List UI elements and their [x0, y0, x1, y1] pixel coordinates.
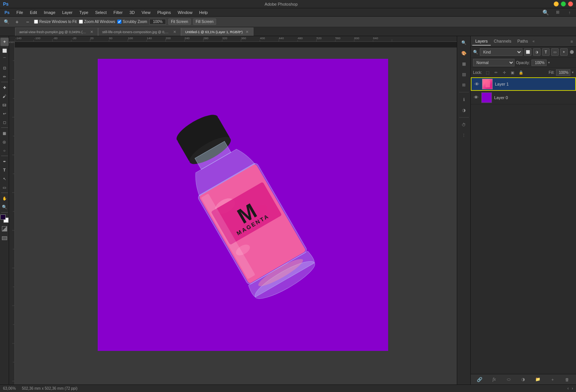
- blend-mode-select[interactable]: Normal: [473, 59, 515, 66]
- gradient-tool[interactable]: ▦: [0, 129, 9, 137]
- lock-all-icon[interactable]: 🔒: [518, 69, 524, 76]
- foreground-color-swatch[interactable]: [0, 214, 6, 220]
- adjustment-layer-icon[interactable]: ◑: [519, 375, 527, 384]
- zoom-out-button[interactable]: −: [23, 18, 32, 26]
- search-sidebar-icon[interactable]: 🔍: [459, 38, 469, 47]
- tab-3-close[interactable]: ✕: [245, 30, 249, 34]
- scrubby-zoom-checkbox[interactable]: Scrubby Zoom: [117, 20, 147, 24]
- canvas-workspace[interactable]: M MAGENTA: [15, 47, 457, 384]
- pen-tool[interactable]: ✒: [0, 157, 9, 165]
- tab-1-close[interactable]: ✕: [89, 30, 94, 34]
- layers-tab[interactable]: Layers: [472, 37, 491, 46]
- opacity-input[interactable]: [531, 60, 547, 66]
- fill-screen-button[interactable]: Fill Screen: [193, 18, 216, 25]
- menu-select[interactable]: Select: [92, 9, 110, 15]
- menu-ps[interactable]: Ps: [2, 9, 12, 15]
- history-brush-tool[interactable]: ↩: [0, 109, 9, 118]
- adjustments-icon[interactable]: ◑: [459, 105, 469, 115]
- menu-edit[interactable]: Edit: [27, 9, 40, 15]
- minimize-button[interactable]: [554, 2, 559, 6]
- filter-kind-select[interactable]: Kind: [480, 48, 522, 56]
- more-icon[interactable]: ⋮: [459, 130, 469, 140]
- layer-0-visibility-icon[interactable]: 👁: [473, 95, 479, 101]
- group-layers-icon[interactable]: 📁: [534, 375, 542, 384]
- fill-arrow-icon[interactable]: ▾: [572, 70, 574, 74]
- tab-1[interactable]: aerial-view-fresh-pumpkin.jpg @ 0,049% (…: [15, 28, 98, 36]
- color-swatches[interactable]: [0, 214, 9, 223]
- menu-help[interactable]: Help: [196, 9, 211, 15]
- fill-input[interactable]: [556, 69, 570, 76]
- layer-effects-icon[interactable]: fx: [490, 375, 498, 384]
- new-layer-icon[interactable]: +: [548, 375, 557, 384]
- dodge-tool[interactable]: ○: [0, 146, 9, 155]
- blur-tool[interactable]: ◎: [0, 138, 9, 146]
- crop-tool[interactable]: ⊡: [0, 64, 9, 72]
- status-nav-prev[interactable]: ‹: [567, 386, 568, 390]
- resize-windows-checkbox[interactable]: Resize Windows to Fit: [34, 20, 77, 24]
- menu-3d[interactable]: 3D: [126, 9, 138, 15]
- menu-plugins[interactable]: Plugins: [154, 9, 174, 15]
- menu-view[interactable]: View: [138, 9, 154, 15]
- tab-2-close[interactable]: ✕: [172, 30, 177, 34]
- fit-screen-button[interactable]: Fit Screen: [168, 18, 191, 25]
- workspace-search-icon[interactable]: ⊞: [553, 8, 562, 17]
- zoom-tool[interactable]: 🔍: [0, 203, 9, 211]
- layer-item-1[interactable]: 👁 Layer 1: [471, 77, 576, 91]
- tab-3[interactable]: Untitled-1 @ 63,1% (Layer 1, RGB/8*) ✕: [181, 28, 253, 36]
- channels-tab[interactable]: Channels: [491, 37, 514, 46]
- menu-file[interactable]: File: [13, 9, 26, 15]
- maximize-button[interactable]: [561, 2, 566, 6]
- lock-pixels-icon[interactable]: ⬚: [484, 69, 491, 76]
- menu-type[interactable]: Type: [76, 9, 91, 15]
- panel-menu-icon[interactable]: ≡: [569, 38, 574, 44]
- zoom-all-windows-checkbox[interactable]: Zoom All Windows: [79, 20, 115, 24]
- paths-tab[interactable]: Paths: [515, 37, 531, 46]
- zoom-in-button[interactable]: +: [13, 18, 21, 26]
- type-tool[interactable]: T: [0, 166, 9, 174]
- menu-filter[interactable]: Filter: [111, 9, 126, 15]
- swatches-icon[interactable]: ▦: [459, 59, 469, 69]
- close-button[interactable]: [568, 2, 573, 6]
- gradients-icon[interactable]: ▤: [459, 69, 469, 79]
- menu-image[interactable]: Image: [41, 9, 58, 15]
- filter-adjust-icon[interactable]: ◑: [533, 48, 541, 56]
- filter-toggle-dot[interactable]: [570, 50, 574, 54]
- screen-mode-btn[interactable]: [0, 234, 9, 242]
- eyedropper-tool[interactable]: ✏: [0, 72, 9, 81]
- color-panel-icon[interactable]: 🎨: [459, 48, 469, 58]
- rectangle-tool[interactable]: ▭: [0, 183, 9, 191]
- layer-item-0[interactable]: 👁 Layer 0: [471, 91, 576, 104]
- panel-collapse-btn[interactable]: «: [531, 38, 536, 44]
- link-layers-icon[interactable]: 🔗: [475, 375, 484, 384]
- brush-tool[interactable]: 🖌: [0, 92, 9, 100]
- share-icon[interactable]: ↑: [565, 8, 574, 17]
- marquee-tool[interactable]: ⬜: [0, 46, 9, 55]
- search-icon[interactable]: 🔍: [541, 8, 550, 17]
- zoom-percent-input[interactable]: [149, 19, 166, 24]
- menu-layer[interactable]: Layer: [59, 9, 76, 15]
- layer-mask-icon[interactable]: ⬭: [505, 375, 513, 384]
- lock-artboard-icon[interactable]: ▣: [509, 69, 516, 76]
- delete-layer-icon[interactable]: 🗑: [563, 375, 571, 384]
- move-tool[interactable]: ✦: [0, 38, 9, 46]
- lock-position-icon[interactable]: ✛: [501, 69, 508, 76]
- patterns-icon[interactable]: ⊞: [459, 80, 469, 90]
- filter-pixel-icon[interactable]: ⬜: [524, 48, 531, 56]
- timeline-icon[interactable]: ⏱: [459, 120, 469, 130]
- filter-smart-icon[interactable]: ✦: [560, 48, 568, 56]
- lasso-tool[interactable]: ⌒: [0, 55, 9, 63]
- lock-image-pixels-icon[interactable]: ✏: [493, 69, 499, 76]
- eraser-tool[interactable]: ◻: [0, 118, 9, 126]
- healing-tool[interactable]: ✚: [0, 83, 9, 92]
- layer-1-visibility-icon[interactable]: 👁: [474, 81, 480, 87]
- menu-window[interactable]: Window: [175, 9, 195, 15]
- status-nav-next[interactable]: ›: [572, 386, 573, 390]
- tab-2[interactable]: still-life-cmyk-toners-composition.jpg @…: [98, 28, 181, 36]
- filter-type-icon[interactable]: T: [542, 48, 550, 56]
- hand-tool[interactable]: ✋: [0, 194, 9, 202]
- filter-shape-icon[interactable]: ▭: [551, 48, 559, 56]
- quick-mask-btn[interactable]: [0, 225, 9, 233]
- path-select-tool[interactable]: ↖: [0, 175, 9, 183]
- properties-icon[interactable]: ℹ: [459, 95, 469, 104]
- clone-tool[interactable]: 🖂: [0, 101, 9, 109]
